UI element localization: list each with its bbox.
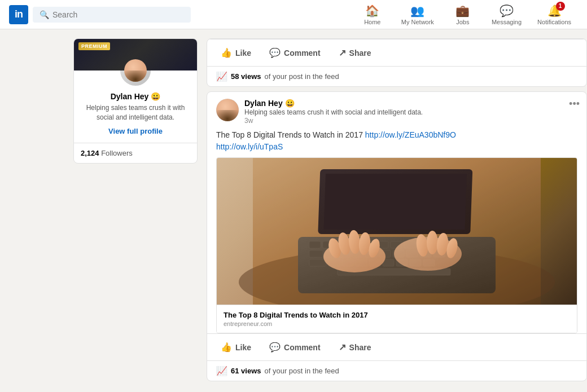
share-icon-2: ↗	[339, 342, 346, 353]
nav-home[interactable]: 🏠 Home	[353, 2, 392, 28]
comment-button-top[interactable]: 💬 Comment	[260, 42, 330, 64]
post-header: Dylan Hey 😀 Helping sales teams crush it…	[207, 92, 586, 129]
post-link1[interactable]: http://ow.ly/ZEuA30bNf9O	[365, 130, 456, 139]
post-link2[interactable]: http://ow.ly/i/uTpaS	[216, 142, 283, 151]
post-actions-top: 👍 Like 💬 Comment ↗ Share	[207, 39, 586, 66]
views-icon-top: 📈	[216, 71, 227, 82]
post-views-bottom: 📈 61 views of your post in the feed	[207, 360, 586, 381]
comment-button[interactable]: 💬 Comment	[260, 336, 330, 358]
nav-messaging[interactable]: 💬 Messaging	[485, 2, 528, 28]
views-icon-bottom: 📈	[216, 365, 227, 376]
premium-badge: PREMIUM	[78, 42, 110, 50]
post-card-main: Dylan Hey 😀 Helping sales teams crush it…	[207, 91, 587, 381]
messaging-icon: 💬	[500, 4, 514, 17]
profile-name: Dylan Hey 😀	[81, 92, 190, 101]
post-body: The Top 8 Digital Trends to Watch in 201…	[207, 129, 586, 157]
nav-home-label: Home	[364, 19, 380, 25]
post-author-avatar	[216, 99, 239, 121]
post-image-title: The Top 8 Digital Trends to Watch in 201…	[224, 311, 570, 319]
post-author-name: Dylan Hey 😀	[244, 99, 577, 108]
post-image-container[interactable]: The Top 8 Digital Trends to Watch in 201…	[216, 157, 577, 333]
linkedin-logo[interactable]: in	[9, 5, 28, 24]
nav-notifications[interactable]: 🔔 1 Notifications	[531, 2, 578, 28]
profile-card: PREMIUM Dylan Hey 😀 Helping sales teams …	[73, 38, 198, 164]
search-icon: 🔍	[40, 10, 49, 19]
view-full-profile-link[interactable]: View full profile	[108, 127, 163, 135]
search-input[interactable]	[52, 10, 184, 19]
avatar-face	[124, 59, 147, 82]
profile-followers: 2,124 Followers	[74, 143, 197, 163]
notification-badge: 1	[556, 2, 565, 11]
post-image-svg	[217, 158, 577, 305]
avatar-beard	[124, 71, 147, 82]
like-button[interactable]: 👍 Like	[212, 336, 260, 358]
post-actions-bottom: 👍 Like 💬 Comment ↗ Share	[207, 333, 586, 360]
post-time: 3w	[244, 117, 577, 125]
post-views-top: 📈 58 views of your post in the feed	[207, 66, 586, 86]
post-card-partial: 👍 Like 💬 Comment ↗ Share 📈 58 views of y…	[207, 38, 587, 87]
search-bar[interactable]: 🔍	[33, 7, 191, 23]
nav-network-label: My Network	[401, 19, 434, 25]
post-meta: Dylan Hey 😀 Helping sales teams crush it…	[244, 99, 577, 125]
notifications-icon: 🔔 1	[547, 4, 562, 17]
nav-items: 🏠 Home 👥 My Network 💼 Jobs 💬 Messaging 🔔…	[353, 2, 578, 28]
like-button-top[interactable]: 👍 Like	[212, 42, 260, 64]
nav-my-network[interactable]: 👥 My Network	[395, 2, 441, 28]
post-subtitle: Helping sales teams crush it with social…	[244, 108, 577, 116]
nav-notifications-label: Notifications	[537, 19, 571, 25]
feed: 👍 Like 💬 Comment ↗ Share 📈 58 views of y…	[207, 38, 587, 386]
post-avatar-beard	[216, 110, 239, 121]
share-button[interactable]: ↗ Share	[330, 336, 380, 358]
nav-jobs[interactable]: 💼 Jobs	[443, 2, 483, 28]
post-avatar-face	[216, 99, 239, 121]
post-image	[217, 158, 577, 305]
comment-icon: 💬	[269, 47, 281, 58]
like-icon-2: 👍	[221, 342, 232, 353]
svg-rect-47	[253, 158, 541, 305]
post-more-button[interactable]: •••	[569, 99, 580, 109]
home-icon: 🏠	[365, 4, 379, 17]
nav-jobs-label: Jobs	[456, 19, 469, 25]
page-layout: PREMIUM Dylan Hey 😀 Helping sales teams …	[0, 29, 587, 392]
profile-emoji: 😀	[151, 92, 160, 101]
comment-icon-2: 💬	[269, 342, 281, 353]
post-image-caption: The Top 8 Digital Trends to Watch in 201…	[217, 305, 577, 333]
nav-messaging-label: Messaging	[492, 19, 522, 25]
network-icon: 👥	[410, 4, 424, 17]
share-icon: ↗	[339, 47, 346, 58]
navbar: in 🔍 🏠 Home 👥 My Network 💼 Jobs 💬 Messag…	[0, 0, 587, 29]
like-icon: 👍	[221, 47, 232, 58]
sidebar: PREMIUM Dylan Hey 😀 Helping sales teams …	[73, 38, 198, 386]
profile-tagline: Helping sales teams crush it with social…	[81, 103, 190, 122]
profile-info: Dylan Hey 😀 Helping sales teams crush it…	[74, 92, 197, 143]
jobs-icon: 💼	[455, 4, 470, 17]
post-image-source: entrepreneur.com	[224, 320, 570, 327]
share-button-top[interactable]: ↗ Share	[330, 42, 380, 64]
